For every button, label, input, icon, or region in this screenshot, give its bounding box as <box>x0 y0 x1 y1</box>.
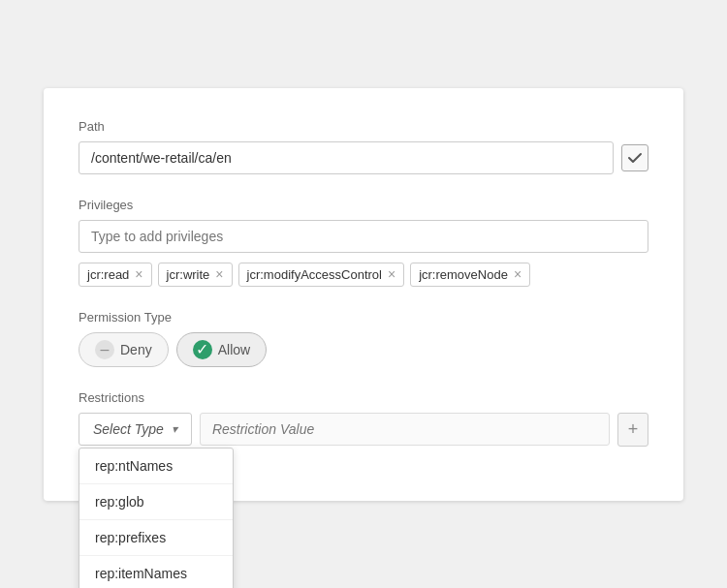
path-row <box>79 141 648 174</box>
path-label: Path <box>79 119 648 134</box>
dropdown-item[interactable]: rep:ntNames <box>79 449 233 484</box>
permission-form: Path Privileges jcr:read×jcr:write×jcr:m… <box>44 88 683 501</box>
restrictions-label: Restrictions <box>79 390 648 405</box>
select-type-label: Select Type <box>93 421 164 437</box>
restrictions-group: Restrictions Select Type ▾ rep:ntNamesre… <box>79 390 648 447</box>
restrictions-row: Select Type ▾ rep:ntNamesrep:globrep:pre… <box>79 413 648 447</box>
tag-label: jcr:modifyAccessControl <box>247 267 382 282</box>
permission-type-label: Permission Type <box>79 310 648 325</box>
tag-item: jcr:write× <box>158 263 233 287</box>
dropdown-item[interactable]: rep:prefixes <box>79 520 233 556</box>
dropdown-item[interactable]: rep:itemNames <box>79 556 233 588</box>
deny-icon: – <box>95 340 114 359</box>
path-field-group: Path <box>79 119 648 174</box>
tag-remove-button[interactable]: × <box>135 267 142 281</box>
tag-remove-button[interactable]: × <box>388 267 395 281</box>
permission-row: – Deny ✓ Allow <box>79 332 648 367</box>
deny-label: Deny <box>120 342 152 357</box>
tag-label: jcr:removeNode <box>419 267 508 282</box>
dropdown-menu: rep:ntNamesrep:globrep:prefixesrep:itemN… <box>79 448 234 588</box>
allow-label: Allow <box>218 342 250 357</box>
select-type-wrapper: Select Type ▾ rep:ntNamesrep:globrep:pre… <box>79 413 192 446</box>
deny-button[interactable]: – Deny <box>79 332 169 367</box>
add-icon: + <box>628 419 639 440</box>
tags-row: jcr:read×jcr:write×jcr:modifyAccessContr… <box>79 263 648 287</box>
privileges-input[interactable] <box>79 220 648 253</box>
path-checkbox[interactable] <box>621 144 648 171</box>
path-input[interactable] <box>79 141 614 174</box>
restriction-value-input[interactable] <box>200 413 610 446</box>
allow-button[interactable]: ✓ Allow <box>176 332 267 367</box>
privileges-field-group: Privileges jcr:read×jcr:write×jcr:modify… <box>79 198 648 287</box>
allow-icon: ✓ <box>193 340 212 359</box>
chevron-down-icon: ▾ <box>172 422 177 436</box>
select-type-button[interactable]: Select Type ▾ <box>79 413 192 446</box>
dropdown-item[interactable]: rep:glob <box>79 484 233 520</box>
tag-item: jcr:modifyAccessControl× <box>238 263 405 287</box>
tag-item: jcr:removeNode× <box>410 263 530 287</box>
add-restriction-button[interactable]: + <box>617 413 648 447</box>
tag-remove-button[interactable]: × <box>514 267 522 281</box>
privileges-label: Privileges <box>79 198 648 212</box>
permission-type-group: Permission Type – Deny ✓ Allow <box>79 310 648 367</box>
tag-label: jcr:read <box>87 267 129 282</box>
tag-label: jcr:write <box>167 267 210 282</box>
tag-item: jcr:read× <box>79 263 152 287</box>
tag-remove-button[interactable]: × <box>215 267 223 281</box>
